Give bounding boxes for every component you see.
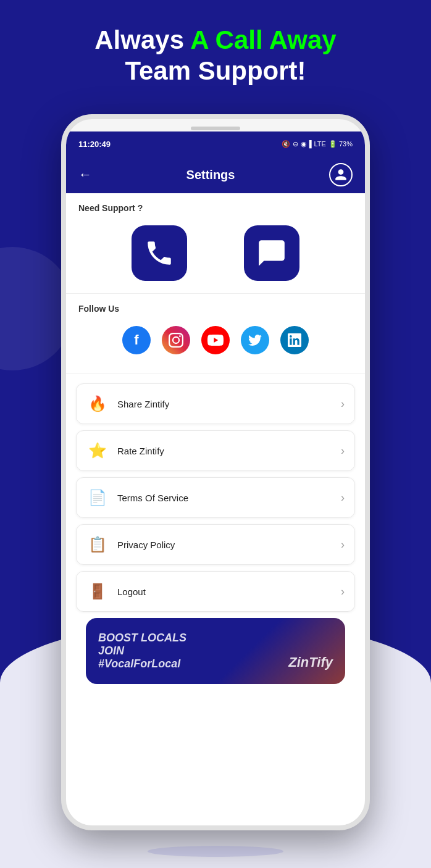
back-button[interactable]: ← [78,167,92,183]
privacy-arrow-icon: › [341,538,345,551]
follow-section: Follow Us f [66,294,365,373]
phone-icon [144,238,175,269]
status-bar: 11:20:49 🔇 ⊖ ◉ ▌LTE 🔋 73% [66,131,365,156]
twitter-icon [248,333,262,347]
logout-label: Logout [117,586,341,597]
privacy-policy-item[interactable]: 📋 Privacy Policy › [76,524,355,565]
twitter-button[interactable] [241,326,269,354]
status-icons: 🔇 ⊖ ◉ ▌LTE 🔋 73% [282,140,353,148]
rate-icon: ⭐ [86,440,109,462]
header-line1: Always A Call Away [0,25,431,56]
follow-section-label: Follow Us [66,294,365,320]
footer-banner: BOOST LOCALS JOIN #VocalForLocal ZinTify [86,618,345,684]
phone-shadow [148,846,283,857]
privacy-icon: 📋 [86,533,109,556]
linkedin-button[interactable] [280,326,309,354]
menu-section: 🔥 Share Zintify › ⭐ Rate Zintify › 📄 Ter… [66,373,365,704]
app-header-title: Settings [186,168,235,182]
rate-zintify-item[interactable]: ⭐ Rate Zintify › [76,430,355,471]
header-line2: Team Support! [0,56,431,86]
linkedin-icon [288,333,301,347]
footer-banner-line1: BOOST LOCALS [98,632,333,645]
phone-support-button[interactable] [132,225,187,281]
content-area: Need Support ? Follow Us f [66,193,365,825]
instagram-icon [169,333,183,348]
status-time: 11:20:49 [78,140,111,149]
privacy-label: Privacy Policy [117,540,341,550]
rate-arrow-icon: › [341,444,345,457]
youtube-button[interactable] [201,326,230,354]
share-zintify-item[interactable]: 🔥 Share Zintify › [76,383,355,424]
logout-icon: 🚪 [86,580,109,603]
footer-banner-brand: ZinTify [288,654,333,670]
social-icons-row: f [66,320,365,361]
support-section-label: Need Support ? [66,193,365,219]
support-icons-row [66,219,365,294]
terms-of-service-item[interactable]: 📄 Terms Of Service › [76,477,355,518]
share-arrow-icon: › [341,398,345,411]
terms-icon: 📄 [86,486,109,509]
instagram-button[interactable] [162,326,190,354]
terms-arrow-icon: › [341,491,345,504]
profile-icon [334,168,348,182]
logout-item[interactable]: 🚪 Logout › [76,571,355,612]
phone-mockup: 11:20:49 🔇 ⊖ ◉ ▌LTE 🔋 73% ← Settings Nee… [61,114,370,830]
facebook-button[interactable]: f [122,326,151,354]
terms-label: Terms Of Service [117,493,341,503]
share-zintify-label: Share Zintify [117,399,341,409]
logout-arrow-icon: › [341,585,345,598]
chat-support-button[interactable] [244,225,299,281]
rate-zintify-label: Rate Zintify [117,446,341,456]
chat-icon [256,238,287,269]
share-icon: 🔥 [86,393,109,415]
profile-icon-button[interactable] [329,163,353,186]
support-section: Need Support ? [66,193,365,294]
phone-speaker [191,127,240,130]
youtube-icon [207,332,224,348]
app-header: ← Settings [66,156,365,193]
page-header: Always A Call Away Team Support! [0,25,431,87]
